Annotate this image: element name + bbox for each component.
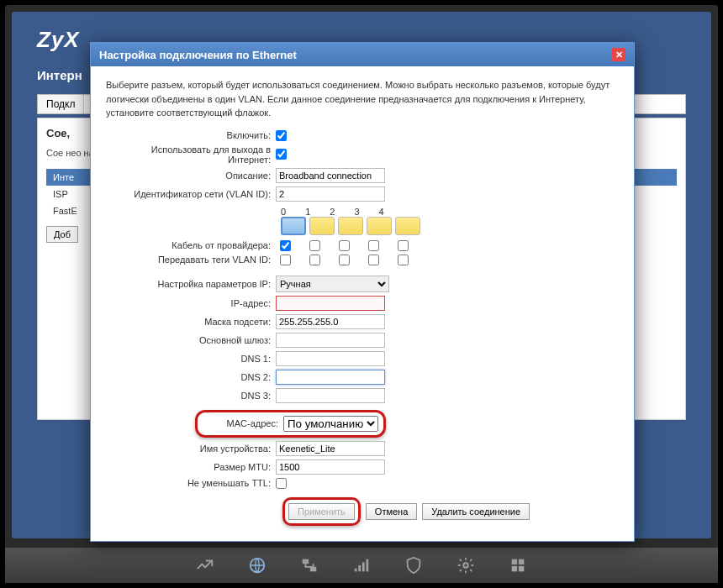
svg-rect-8 [512, 559, 517, 564]
delete-connection-button[interactable]: Удалить соединение [422, 503, 530, 520]
apply-button[interactable]: Применить [288, 503, 355, 520]
apply-highlight-ring: Применить [282, 497, 361, 526]
modal-title: Настройка подключения по Ethernet [99, 49, 297, 61]
svg-rect-3 [355, 569, 357, 572]
port-num: 0 [281, 207, 286, 217]
port-num: 4 [379, 207, 384, 217]
ethernet-settings-modal: Настройка подключения по Ethernet ✕ Выбе… [90, 42, 635, 542]
provider-port2[interactable] [339, 240, 350, 251]
label-ip-setup: Настройка параметров IP: [106, 279, 276, 289]
port-num: 3 [354, 207, 359, 217]
label-dns2: DNS 2: [106, 372, 276, 382]
provider-port1[interactable] [309, 240, 320, 251]
label-ip-addr: IP-адрес: [106, 298, 276, 308]
cancel-button[interactable]: Отмена [366, 503, 417, 520]
mac-address-select[interactable]: По умолчанию [283, 416, 378, 432]
label-provider-cable: Кабель от провайдера: [106, 240, 276, 250]
svg-rect-5 [362, 562, 365, 571]
ip-address-input[interactable] [276, 296, 385, 311]
gear-icon[interactable] [456, 556, 475, 575]
port-1-icon[interactable] [309, 217, 335, 235]
apps-icon[interactable] [509, 556, 527, 575]
vlantag-port1[interactable] [309, 255, 320, 265]
label-ttl: Не уменьшать TTL: [106, 478, 276, 488]
use-internet-checkbox[interactable] [276, 149, 287, 160]
label-dns3: DNS 3: [106, 391, 276, 401]
device-name-input[interactable] [276, 441, 385, 456]
port-2-icon[interactable] [338, 217, 363, 235]
dns2-input[interactable] [276, 370, 385, 385]
port-icons [281, 217, 619, 235]
label-mtu: Размер MTU: [106, 462, 276, 472]
label-device-name: Имя устройства: [106, 444, 276, 454]
description-input[interactable] [276, 168, 385, 183]
vlantag-port3[interactable] [368, 255, 379, 265]
port-3-icon[interactable] [367, 217, 392, 235]
gateway-input[interactable] [276, 333, 385, 348]
dns3-input[interactable] [276, 388, 385, 403]
label-vlan-tags: Передавать теги VLAN ID: [106, 255, 276, 265]
vlantag-port4[interactable] [398, 255, 409, 265]
enable-checkbox[interactable] [276, 130, 287, 141]
label-gateway: Основной шлюз: [106, 335, 276, 345]
svg-rect-6 [367, 559, 369, 572]
provider-port0[interactable] [280, 240, 291, 251]
monitor-icon[interactable] [196, 556, 214, 575]
label-mask: Маска подсети: [106, 317, 276, 327]
ip-setup-select[interactable]: Ручная [276, 276, 389, 292]
vlan-id-input[interactable] [276, 186, 385, 202]
provider-port4[interactable] [398, 240, 409, 251]
svg-rect-10 [512, 566, 517, 571]
provider-port3[interactable] [368, 240, 379, 251]
shield-icon[interactable] [404, 556, 423, 575]
svg-rect-11 [519, 566, 524, 571]
svg-rect-9 [519, 559, 524, 564]
port-0-icon[interactable] [281, 217, 306, 235]
port-num: 1 [305, 207, 310, 217]
wifi-icon[interactable] [352, 556, 371, 575]
bottom-nav [5, 548, 718, 583]
port-num: 2 [330, 207, 335, 217]
port-headers: 0 1 2 3 4 [281, 207, 619, 217]
svg-rect-4 [358, 565, 361, 571]
globe-icon[interactable] [248, 556, 267, 575]
ttl-checkbox[interactable] [276, 478, 287, 489]
close-icon[interactable]: ✕ [612, 48, 625, 61]
label-description: Описание: [106, 171, 276, 181]
svg-rect-1 [303, 559, 309, 564]
mac-highlight-ring: MAC-адрес: По умолчанию [195, 410, 386, 438]
modal-header: Настройка подключения по Ethernet ✕ [91, 43, 634, 66]
modal-body: Выберите разъем, который будет использов… [91, 66, 634, 541]
subnet-mask-input[interactable] [276, 314, 385, 329]
tab-connections[interactable]: Подкл [38, 95, 84, 113]
button-row: Применить Отмена Удалить соединение [282, 497, 619, 526]
dns1-input[interactable] [276, 351, 385, 366]
help-text: Выберите разъем, который будет использов… [106, 78, 619, 120]
vlantag-port0[interactable] [280, 255, 291, 265]
vlantag-port2[interactable] [339, 255, 350, 265]
label-vlan-id: Идентификатор сети (VLAN ID): [106, 189, 276, 199]
label-enable: Включить: [106, 130, 276, 140]
label-mac: MAC-адрес: [203, 418, 283, 428]
mtu-input[interactable] [276, 459, 385, 475]
label-use-internet: Использовать для выхода в Интернет: [106, 144, 276, 165]
svg-point-7 [463, 563, 468, 568]
network-icon[interactable] [300, 556, 319, 575]
add-button[interactable]: Доб [46, 226, 78, 243]
label-dns1: DNS 1: [106, 354, 276, 364]
port-4-icon[interactable] [395, 217, 420, 235]
